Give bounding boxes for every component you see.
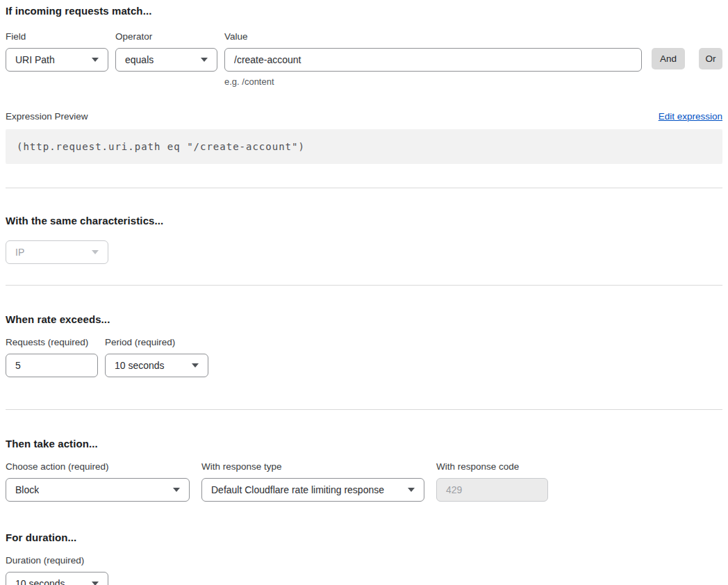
- section-divider: [6, 188, 722, 188]
- expression-code: (http.request.uri.path eq "/create-accou…: [17, 141, 305, 152]
- chevron-down-icon: [173, 488, 180, 492]
- chevron-down-icon: [408, 488, 415, 492]
- duration-group: Duration (required) 10 seconds: [6, 555, 108, 585]
- operator-group: Operator equals: [115, 31, 217, 72]
- field-label: Field: [6, 31, 108, 42]
- duration-label: Duration (required): [6, 555, 108, 566]
- expression-preview-header: Expression Preview Edit expression: [6, 111, 722, 122]
- operator-label: Operator: [115, 31, 217, 42]
- choose-action-group: Choose action (required) Block: [6, 461, 190, 502]
- value-group: Value e.g. /content: [224, 31, 642, 87]
- response-code-label: With response code: [436, 461, 548, 472]
- edit-expression-link[interactable]: Edit expression: [659, 111, 722, 122]
- action-section-heading: Then take action...: [6, 438, 722, 450]
- chevron-down-icon: [92, 58, 99, 62]
- or-button[interactable]: Or: [699, 48, 722, 69]
- expression-preview-box: (http.request.uri.path eq "/create-accou…: [6, 129, 722, 164]
- period-select-value: 10 seconds: [115, 360, 165, 371]
- response-type-select-value: Default Cloudflare rate limiting respons…: [211, 484, 384, 495]
- choose-action-select-value: Block: [15, 484, 39, 495]
- choose-action-label: Choose action (required): [6, 461, 190, 472]
- response-type-select[interactable]: Default Cloudflare rate limiting respons…: [201, 478, 424, 502]
- rate-section-heading: When rate exceeds...: [6, 313, 722, 325]
- requests-input[interactable]: [6, 354, 98, 377]
- chevron-down-icon: [92, 250, 99, 254]
- period-select[interactable]: 10 seconds: [105, 354, 208, 377]
- section-divider: [6, 285, 722, 286]
- value-input[interactable]: [224, 48, 642, 72]
- field-select-value: URI Path: [15, 54, 55, 65]
- action-row: Choose action (required) Block With resp…: [6, 461, 722, 502]
- characteristics-select-value: IP: [15, 247, 24, 258]
- expression-preview-label: Expression Preview: [6, 111, 88, 122]
- duration-select[interactable]: 10 seconds: [6, 572, 108, 585]
- choose-action-select[interactable]: Block: [6, 478, 190, 502]
- operator-select[interactable]: equals: [115, 48, 217, 72]
- chevron-down-icon: [92, 582, 99, 585]
- and-button[interactable]: And: [652, 48, 685, 69]
- value-hint: e.g. /content: [224, 76, 642, 87]
- response-code-group: With response code: [436, 461, 548, 502]
- response-type-group: With response type Default Cloudflare ra…: [201, 461, 424, 502]
- chevron-down-icon: [192, 363, 199, 368]
- field-select[interactable]: URI Path: [6, 48, 108, 72]
- requests-label: Requests (required): [6, 337, 98, 348]
- match-condition-row: Field URI Path Operator equals Value e.g…: [6, 31, 722, 87]
- operator-select-value: equals: [125, 54, 154, 65]
- value-label: Value: [224, 31, 642, 42]
- match-section-heading: If incoming requests match...: [6, 5, 722, 17]
- chevron-down-icon: [201, 58, 208, 62]
- section-divider: [6, 409, 722, 410]
- condition-logic-buttons: And Or: [642, 48, 722, 69]
- rate-row: Requests (required) Period (required) 10…: [6, 337, 722, 377]
- period-group: Period (required) 10 seconds: [105, 337, 208, 377]
- response-code-input: [436, 478, 548, 502]
- response-type-label: With response type: [201, 461, 424, 472]
- field-group: Field URI Path: [6, 31, 108, 72]
- characteristics-section-heading: With the same characteristics...: [6, 215, 722, 226]
- duration-select-value: 10 seconds: [15, 578, 65, 585]
- duration-section-heading: For duration...: [6, 532, 722, 543]
- requests-group: Requests (required): [6, 337, 98, 377]
- period-label: Period (required): [105, 337, 208, 348]
- characteristics-select: IP: [6, 240, 108, 264]
